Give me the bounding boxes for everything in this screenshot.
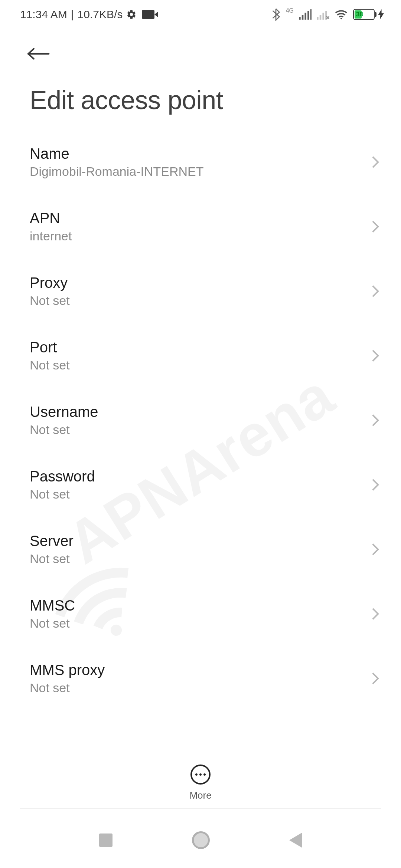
battery-indicator: 38	[353, 9, 384, 20]
svg-rect-6	[320, 15, 322, 20]
svg-point-9	[340, 18, 342, 19]
settings-icon	[126, 9, 137, 20]
status-left: 11:34 AM | 10.7KB/s	[20, 8, 154, 21]
signal-sim2-icon	[317, 9, 329, 20]
row-username[interactable]: Username Not set	[0, 388, 401, 453]
battery-pct: 38	[356, 11, 363, 18]
bluetooth-icon	[271, 8, 281, 21]
row-label: Port	[30, 339, 70, 356]
row-value: Not set	[30, 293, 70, 308]
chevron-right-icon	[371, 607, 379, 621]
chevron-right-icon	[371, 349, 379, 362]
wifi-icon	[335, 9, 348, 20]
row-port[interactable]: Port Not set	[0, 323, 401, 388]
settings-list: Name Digimobil-Romania-INTERNET APN inte…	[0, 130, 401, 711]
row-mms-proxy[interactable]: MMS proxy Not set	[0, 646, 401, 711]
row-apn[interactable]: APN internet	[0, 194, 401, 259]
row-value: Not set	[30, 487, 95, 502]
svg-rect-3	[307, 11, 309, 20]
row-mmsc[interactable]: MMSC Not set	[0, 582, 401, 646]
chevron-right-icon	[371, 543, 379, 556]
row-value: Not set	[30, 423, 98, 437]
svg-rect-1	[302, 15, 304, 20]
row-label: APN	[30, 210, 72, 227]
nav-recents-button[interactable]	[99, 834, 113, 847]
row-password[interactable]: Password Not set	[0, 453, 401, 517]
fade-overlay	[0, 723, 401, 746]
row-name[interactable]: Name Digimobil-Romania-INTERNET	[0, 130, 401, 194]
nav-home-button[interactable]	[192, 831, 210, 849]
chevron-right-icon	[371, 155, 379, 169]
bottom-divider	[20, 808, 381, 809]
row-value: Not set	[30, 681, 105, 695]
row-label: Name	[30, 145, 204, 162]
status-sep: |	[71, 8, 74, 21]
row-label: Password	[30, 468, 95, 485]
row-label: Proxy	[30, 274, 70, 291]
chevron-right-icon	[371, 672, 379, 685]
row-proxy[interactable]: Proxy Not set	[0, 259, 401, 323]
nav-back-button[interactable]	[289, 833, 302, 848]
more-label: More	[189, 790, 211, 801]
status-right: 4G 38	[271, 8, 384, 21]
row-value: Not set	[30, 552, 74, 566]
svg-rect-7	[322, 13, 324, 20]
row-value: Digimobil-Romania-INTERNET	[30, 164, 204, 179]
more-dots-icon	[195, 773, 206, 776]
row-label: MMSC	[30, 597, 75, 614]
status-bar: 11:34 AM | 10.7KB/s 4G 38	[0, 0, 401, 29]
svg-rect-0	[299, 17, 301, 20]
arrow-left-icon	[27, 47, 50, 60]
row-label: MMS proxy	[30, 662, 105, 678]
chevron-right-icon	[371, 414, 379, 427]
chevron-right-icon	[371, 478, 379, 491]
row-label: Username	[30, 404, 98, 420]
signal-sim1-icon	[299, 9, 312, 20]
svg-rect-4	[310, 9, 312, 20]
row-server[interactable]: Server Not set	[0, 517, 401, 582]
row-value: Not set	[30, 358, 70, 372]
row-label: Server	[30, 533, 74, 549]
more-button[interactable]	[190, 765, 211, 785]
row-value: Not set	[30, 616, 75, 631]
charging-icon	[378, 9, 384, 20]
status-net-speed: 10.7KB/s	[78, 8, 123, 21]
camera-icon	[142, 10, 154, 19]
svg-rect-2	[304, 13, 306, 20]
back-button[interactable]	[27, 46, 50, 62]
page-title: Edit access point	[0, 62, 401, 130]
nav-bar	[0, 812, 401, 868]
status-time: 11:34 AM	[20, 8, 67, 21]
chevron-right-icon	[371, 220, 379, 233]
svg-rect-5	[317, 17, 319, 20]
row-value: internet	[30, 229, 72, 243]
cell-type: 4G	[286, 7, 294, 14]
chevron-right-icon	[371, 285, 379, 298]
